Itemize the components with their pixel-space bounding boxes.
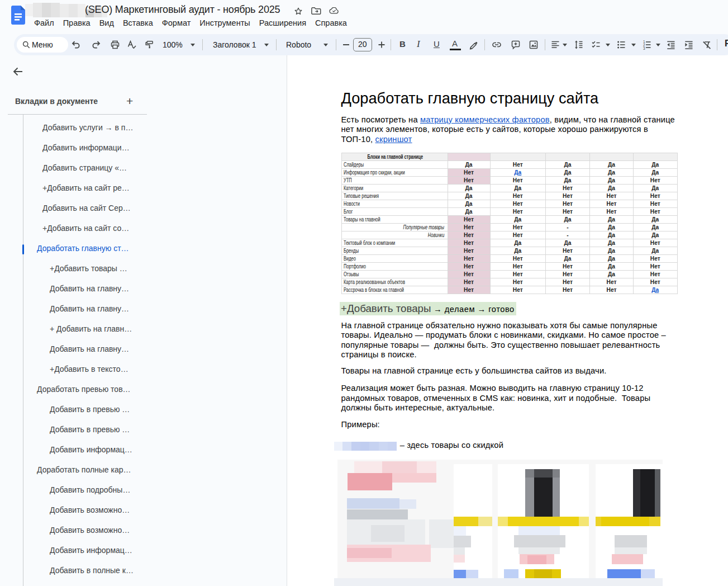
svg-text:3: 3 — [643, 46, 645, 50]
